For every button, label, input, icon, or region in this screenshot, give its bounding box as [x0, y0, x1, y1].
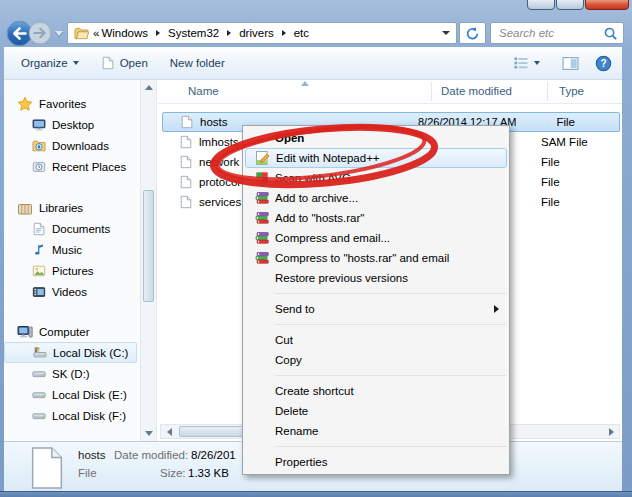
winrar-icon	[255, 211, 270, 226]
sidebar-item-documents[interactable]: Documents	[4, 218, 140, 239]
scrollbar-thumb[interactable]	[143, 190, 154, 302]
downloads-icon	[32, 139, 46, 153]
open-button[interactable]: Open	[90, 51, 159, 75]
breadcrumb-drivers[interactable]: drivers	[239, 27, 274, 39]
address-bar[interactable]: « Windows System32 drivers etc	[67, 22, 457, 44]
organize-button[interactable]: Organize	[4, 51, 90, 75]
preview-pane-icon[interactable]	[562, 55, 579, 72]
file-icon	[29, 446, 65, 490]
breadcrumb-windows[interactable]: Windows	[101, 27, 148, 39]
column-divider[interactable]	[547, 82, 548, 101]
chevron-down-icon	[73, 61, 79, 65]
forward-button[interactable]	[28, 21, 52, 45]
submenu-arrow-icon	[494, 305, 499, 313]
address-dropdown-icon[interactable]	[442, 31, 450, 35]
sidebar-item-downloads[interactable]: Downloads	[4, 135, 140, 156]
scroll-right-icon[interactable]	[603, 425, 619, 438]
document-icon	[32, 222, 46, 236]
change-view-icon[interactable]	[513, 55, 529, 71]
chevron-down-icon[interactable]	[534, 61, 540, 65]
file-icon	[179, 195, 193, 209]
search-icon[interactable]	[603, 26, 618, 41]
sidebar-item-local-disk-f[interactable]: Local Disk (F:)	[4, 405, 140, 426]
minimize-button[interactable]	[527, 0, 555, 10]
close-button[interactable]	[585, 0, 629, 10]
sidebar-scrollbar[interactable]	[140, 80, 157, 441]
column-header-type[interactable]: Type	[559, 85, 584, 97]
menu-item-edit-with-notepadpp[interactable]: Edit with Notepad++	[245, 148, 507, 168]
sort-ascending-icon	[301, 81, 309, 86]
file-name: hosts	[200, 116, 228, 128]
menu-separator	[275, 446, 506, 447]
sidebar-group-label: Favorites	[39, 98, 86, 110]
music-icon	[32, 243, 46, 257]
scroll-left-icon[interactable]	[161, 425, 177, 438]
open-label: Open	[120, 57, 148, 69]
sidebar-item-pictures[interactable]: Pictures	[4, 260, 140, 281]
menu-separator	[275, 293, 506, 294]
organize-label: Organize	[21, 57, 68, 69]
sidebar-item-label: Videos	[52, 286, 87, 298]
breadcrumb-system32[interactable]: System32	[168, 27, 219, 39]
notepadpp-icon	[255, 150, 271, 166]
column-divider[interactable]	[431, 82, 432, 101]
drive-icon	[32, 409, 46, 423]
winrar-icon	[255, 231, 270, 246]
sidebar-item-local-disk-c[interactable]: Local Disk (C:)	[4, 342, 137, 363]
sidebar-item-local-disk-e[interactable]: Local Disk (E:)	[4, 384, 140, 405]
scroll-down-icon[interactable]	[141, 426, 156, 441]
sidebar-item-label: Documents	[52, 223, 110, 235]
file-name: lmhosts	[199, 136, 239, 148]
breadcrumb-separator-icon	[227, 30, 231, 36]
command-toolbar: Organize Open New folder	[4, 47, 622, 80]
sidebar-item-label: Local Disk (F:)	[52, 410, 126, 422]
details-size-label: Size:	[160, 467, 186, 479]
scroll-up-icon[interactable]	[141, 80, 156, 95]
file-name: services	[199, 196, 241, 208]
breadcrumb-etc[interactable]: etc	[294, 27, 309, 39]
details-file-type: File	[78, 467, 97, 479]
sidebar-item-recent-places[interactable]: Recent Places	[4, 156, 140, 177]
navigation-bar: « Windows System32 drivers etc Search et…	[6, 19, 624, 47]
column-header-date-modified[interactable]: Date modified	[441, 85, 512, 97]
menu-item-add-to-hosts-rar[interactable]: Add to "hosts.rar"	[243, 208, 509, 228]
help-icon[interactable]	[595, 55, 612, 72]
sidebar-group-favorites[interactable]: Favorites	[4, 93, 140, 114]
file-icon	[179, 155, 193, 169]
menu-item-cut[interactable]: Cut	[243, 330, 509, 350]
maximize-button[interactable]	[556, 0, 584, 10]
details-size-value: 1.33 KB	[188, 467, 229, 479]
file-type: File	[516, 116, 575, 128]
sidebar-item-label: Desktop	[52, 119, 94, 131]
search-input[interactable]: Search etc	[490, 22, 624, 44]
menu-item-create-shortcut[interactable]: Create shortcut	[243, 381, 509, 401]
menu-item-add-to-archive[interactable]: Add to archive...	[243, 188, 509, 208]
sidebar-group-libraries[interactable]: Libraries	[4, 197, 140, 218]
breadcrumb-separator-icon	[156, 30, 160, 36]
refresh-button[interactable]	[459, 22, 486, 44]
file-type: SAM File	[501, 136, 588, 148]
sidebar-item-music[interactable]: Music	[4, 239, 140, 260]
sidebar-group-computer[interactable]: Computer	[4, 321, 140, 342]
new-folder-button[interactable]: New folder	[159, 51, 236, 75]
breadcrumb-overflow[interactable]: «	[93, 27, 99, 39]
sidebar-item-sk-d[interactable]: SK (D:)	[4, 363, 140, 384]
sidebar-item-label: Pictures	[52, 265, 94, 277]
menu-item-delete[interactable]: Delete	[243, 401, 509, 421]
menu-item-send-to[interactable]: Send to	[243, 299, 509, 319]
menu-item-compress-and-email[interactable]: Compress and email...	[243, 228, 509, 248]
menu-item-restore-previous-versions[interactable]: Restore previous versions	[243, 268, 509, 288]
menu-item-properties[interactable]: Properties	[243, 452, 509, 472]
menu-separator	[275, 324, 506, 325]
history-chevron-icon[interactable]	[55, 31, 63, 36]
sidebar-item-desktop[interactable]: Desktop	[4, 114, 140, 135]
column-header-name[interactable]: Name	[188, 85, 219, 97]
menu-item-compress-to-hosts-rar-and-email[interactable]: Compress to "hosts.rar" and email	[243, 248, 509, 268]
sidebar-item-videos[interactable]: Videos	[4, 281, 140, 302]
menu-item-copy[interactable]: Copy	[243, 350, 509, 370]
menu-item-rename[interactable]: Rename	[243, 421, 509, 441]
sidebar-group-label: Computer	[39, 326, 90, 338]
file-name: network	[199, 156, 239, 168]
menu-item-scan-with-avg[interactable]: Scan with AVG	[243, 168, 509, 188]
menu-item-open[interactable]: Open	[243, 128, 509, 148]
